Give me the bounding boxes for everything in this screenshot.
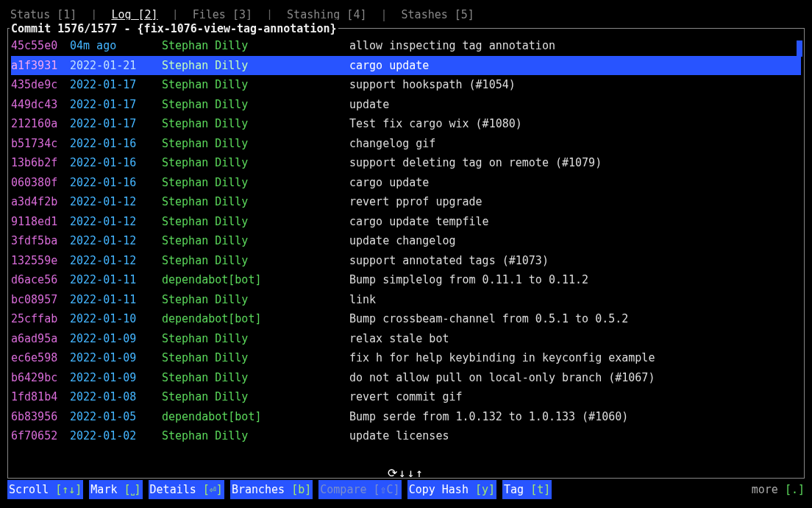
commit-row[interactable]: 25cffab 2022-01-10 dependabot[bot] Bump … — [11, 309, 801, 329]
action-more[interactable]: more [.] — [752, 481, 805, 498]
commit-date: 2022-01-17 — [70, 96, 162, 113]
commit-hash: 212160a — [11, 115, 70, 133]
commit-message: relax stale bot — [349, 330, 449, 348]
commit-date: 2022-01-12 — [70, 252, 162, 269]
commit-hash: 3fdf5ba — [11, 232, 70, 250]
commit-message: Test fix cargo wix (#1080) — [349, 115, 522, 133]
commit-hash: 6b83956 — [11, 408, 70, 426]
commit-date: 2022-01-11 — [70, 271, 162, 289]
commit-row[interactable]: 6b83956 2022-01-05 dependabot[bot] Bump … — [11, 407, 801, 427]
commit-message: changelog gif — [349, 135, 435, 152]
commit-message: support annotated tags (#1073) — [349, 252, 549, 269]
commit-message: revert commit gif — [349, 388, 463, 406]
commit-hash: 132559e — [11, 252, 70, 269]
commit-date: 2022-01-12 — [70, 232, 162, 250]
commit-row[interactable]: a3d4f2b 2022-01-12 Stephan Dilly revert … — [11, 192, 801, 212]
commit-date: 2022-01-08 — [70, 388, 162, 406]
commit-author: Stephan Dilly — [162, 76, 349, 94]
commit-message: Bump simplelog from 0.11.1 to 0.11.2 — [349, 271, 588, 289]
commit-date: 2022-01-02 — [70, 427, 162, 445]
commit-author: dependabot[bot] — [162, 310, 349, 328]
commit-hash: 449dc43 — [11, 96, 70, 113]
commit-row[interactable]: 435de9c 2022-01-17 Stephan Dilly support… — [11, 75, 801, 95]
action-mark[interactable]: Mark [˽] — [89, 480, 142, 499]
commit-message: Bump crossbeam-channel from 0.5.1 to 0.5… — [349, 310, 628, 328]
commit-author: Stephan Dilly — [162, 37, 349, 54]
commit-row[interactable]: 449dc43 2022-01-17 Stephan Dilly update — [11, 95, 801, 115]
commit-date: 2022-01-05 — [70, 408, 162, 426]
async-spinner-icon: ⟳↓↓↑ — [388, 464, 424, 483]
commit-message: do not allow pull on local-only branch (… — [349, 369, 655, 387]
commit-author: Stephan Dilly — [162, 213, 349, 230]
commit-hash: ec6e598 — [11, 349, 70, 367]
commit-date: 2022-01-16 — [70, 135, 162, 152]
commit-message: support hookspath (#1054) — [349, 76, 516, 94]
commit-message: update changelog — [349, 232, 456, 250]
commit-author: dependabot[bot] — [162, 408, 349, 426]
commit-row[interactable]: b51734c 2022-01-16 Stephan Dilly changel… — [11, 134, 801, 154]
commit-date: 2022-01-09 — [70, 330, 162, 348]
commit-row[interactable]: 45c55e0 04m ago Stephan Dilly allow insp… — [11, 36, 801, 56]
commit-author: Stephan Dilly — [162, 232, 349, 250]
commit-author: Stephan Dilly — [162, 96, 349, 113]
commit-author: Stephan Dilly — [162, 388, 349, 406]
commit-date: 2022-01-09 — [70, 349, 162, 367]
action-compare: Compare [⇧C] — [318, 480, 401, 499]
commit-author: Stephan Dilly — [162, 291, 349, 308]
commit-author: Stephan Dilly — [162, 115, 349, 133]
commit-message: cargo update — [349, 57, 429, 74]
commit-hash: a6ad95a — [11, 330, 70, 348]
commit-hash: b51734c — [11, 135, 70, 152]
commit-author: Stephan Dilly — [162, 193, 349, 211]
action-tag[interactable]: Tag [t] — [502, 480, 552, 499]
commit-row[interactable]: b6429bc 2022-01-09 Stephan Dilly do not … — [11, 368, 801, 388]
commit-row[interactable]: a1f3931 2022-01-21 Stephan Dilly cargo u… — [11, 56, 801, 76]
action-branches[interactable]: Branches [b] — [230, 480, 313, 499]
commit-row[interactable]: 1fd81b4 2022-01-08 Stephan Dilly revert … — [11, 387, 801, 407]
commit-hash: 9118ed1 — [11, 213, 70, 230]
commit-hash: 25cffab — [11, 310, 70, 328]
commit-row[interactable]: 9118ed1 2022-01-12 Stephan Dilly cargo u… — [11, 212, 801, 232]
commit-author: Stephan Dilly — [162, 174, 349, 191]
commit-date: 2022-01-10 — [70, 310, 162, 328]
commit-row[interactable]: 212160a 2022-01-17 Stephan Dilly Test fi… — [11, 114, 801, 134]
commit-row[interactable]: 060380f 2022-01-16 Stephan Dilly cargo u… — [11, 173, 801, 193]
commit-hash: b6429bc — [11, 369, 70, 387]
commit-author: Stephan Dilly — [162, 369, 349, 387]
commit-hash: a1f3931 — [11, 57, 70, 74]
commit-hash: 060380f — [11, 174, 70, 191]
commit-hash: d6ace56 — [11, 271, 70, 289]
commit-message: revert pprof upgrade — [349, 193, 482, 211]
commit-hash: 45c55e0 — [11, 37, 70, 54]
commit-message: allow inspecting tag annotation — [349, 37, 555, 54]
commit-row[interactable]: 3fdf5ba 2022-01-12 Stephan Dilly update … — [11, 231, 801, 251]
commit-date: 2022-01-16 — [70, 154, 162, 172]
commit-row[interactable]: d6ace56 2022-01-11 dependabot[bot] Bump … — [11, 270, 801, 290]
commit-row[interactable]: 132559e 2022-01-12 Stephan Dilly support… — [11, 251, 801, 271]
commit-row[interactable]: bc08957 2022-01-11 Stephan Dilly link — [11, 290, 801, 310]
commit-row[interactable]: 13b6b2f 2022-01-16 Stephan Dilly support… — [11, 153, 801, 173]
action-copy-hash[interactable]: Copy Hash [y] — [407, 480, 496, 499]
commit-date: 2022-01-21 — [70, 57, 162, 74]
commit-hash: a3d4f2b — [11, 193, 70, 211]
tab-stashes[interactable]: Stashes [5] — [402, 8, 474, 21]
commit-author: Stephan Dilly — [162, 154, 349, 172]
commit-row[interactable]: a6ad95a 2022-01-09 Stephan Dilly relax s… — [11, 329, 801, 349]
commit-message: cargo update tempfile — [349, 213, 489, 230]
action-details[interactable]: Details [⏎] — [149, 480, 224, 499]
commit-date: 04m ago — [70, 37, 162, 54]
commit-date: 2022-01-16 — [70, 174, 162, 191]
commit-hash: bc08957 — [11, 291, 70, 308]
commit-log-panel: Commit 1576/1577 - {fix-1076-view-tag-an… — [7, 28, 805, 479]
commit-date: 2022-01-17 — [70, 115, 162, 133]
bottom-bar: ⟳↓↓↑ Scroll [↑↓] Mark [˽] Details [⏎] Br… — [7, 480, 805, 499]
commit-author: Stephan Dilly — [162, 427, 349, 445]
commit-date: 2022-01-12 — [70, 193, 162, 211]
commit-author: Stephan Dilly — [162, 330, 349, 348]
commit-list[interactable]: 45c55e0 04m ago Stephan Dilly allow insp… — [11, 36, 801, 446]
commit-row[interactable]: ec6e598 2022-01-09 Stephan Dilly fix h f… — [11, 348, 801, 368]
action-scroll[interactable]: Scroll [↑↓] — [7, 480, 83, 499]
commit-message: fix h for help keybinding in keyconfig e… — [349, 349, 655, 367]
commit-row[interactable]: 6f70652 2022-01-02 Stephan Dilly update … — [11, 426, 801, 446]
commit-message: support deleting tag on remote (#1079) — [349, 154, 602, 172]
